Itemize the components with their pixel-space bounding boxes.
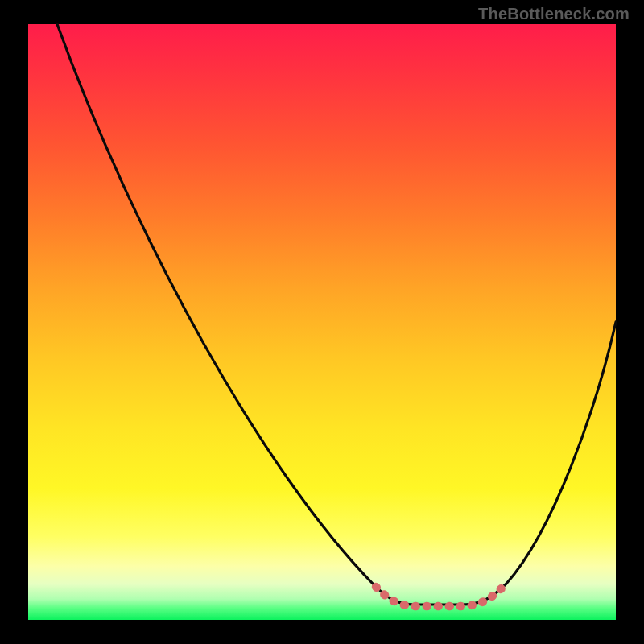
chart-svg — [28, 24, 616, 620]
watermark-text: TheBottleneck.com — [478, 5, 630, 23]
chart-container: TheBottleneck.com — [0, 0, 644, 644]
bottleneck-curve — [57, 24, 616, 605]
bottom-marker-dots — [376, 585, 505, 606]
